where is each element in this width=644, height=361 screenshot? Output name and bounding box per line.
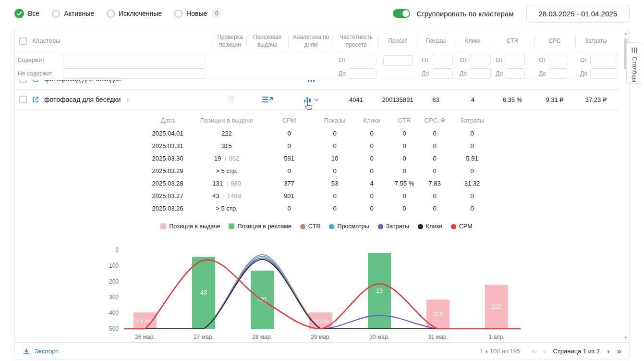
svg-text:300: 300 bbox=[109, 294, 119, 300]
first-page-button[interactable]: « bbox=[531, 347, 535, 355]
filter-active-label: Активные bbox=[64, 10, 94, 17]
filter-to-input[interactable] bbox=[432, 68, 453, 79]
filter-from-input[interactable] bbox=[549, 55, 568, 65]
daily-cell: 4 bbox=[354, 177, 389, 189]
column-header-4[interactable]: Частотность пресета bbox=[334, 29, 378, 53]
filter-new[interactable]: Новые 0 bbox=[174, 9, 221, 18]
chart-area: 010020030040050026 мар.27 мар.28 мар.29 … bbox=[99, 244, 527, 342]
external-link-icon[interactable] bbox=[32, 96, 39, 103]
filter-to-label: До bbox=[539, 70, 546, 77]
column-header-10[interactable]: Затраты bbox=[575, 29, 617, 53]
daily-cell: 0 bbox=[316, 189, 354, 202]
svg-text:500: 500 bbox=[109, 325, 119, 332]
daily-cell: 0 bbox=[263, 202, 316, 214]
column-header-5[interactable]: Пресет bbox=[378, 29, 417, 53]
legend-label: Позиция в рекламе bbox=[237, 223, 291, 230]
cluster-name-cell: фотофасад для беседки bbox=[15, 80, 214, 83]
svg-text:29 мар.: 29 мар. bbox=[311, 334, 331, 340]
daily-position: > 5 стр. bbox=[191, 202, 263, 214]
column-header-9[interactable]: CPC bbox=[534, 29, 575, 53]
filter-from-input[interactable] bbox=[506, 55, 525, 65]
filter-from-label: От bbox=[580, 57, 587, 63]
position-value: 43 bbox=[212, 192, 219, 199]
filter-to-input[interactable] bbox=[506, 68, 525, 79]
filter-from-input[interactable] bbox=[349, 55, 377, 65]
column-header-2[interactable]: Поисковая выдача bbox=[246, 29, 288, 53]
daily-cell: 0 bbox=[263, 127, 316, 139]
legend-item[interactable]: Клики bbox=[418, 223, 442, 230]
filter-excluded[interactable]: Исключенные bbox=[107, 10, 162, 18]
daily-col-header: CPC, ₽ bbox=[419, 113, 450, 127]
column-header-6[interactable]: Показы bbox=[417, 29, 455, 53]
last-page-button[interactable]: » bbox=[617, 347, 621, 355]
date-range-picker[interactable]: 28.03.2025 - 01.04.2025 bbox=[526, 5, 630, 23]
external-link-icon[interactable] bbox=[32, 80, 39, 83]
filter-from-input[interactable] bbox=[590, 55, 618, 65]
filter-from-input[interactable] bbox=[470, 55, 491, 65]
group-by-clusters-toggle[interactable] bbox=[393, 9, 410, 18]
filter-from-input[interactable] bbox=[432, 55, 453, 65]
filter-to-input[interactable] bbox=[590, 68, 618, 79]
ctr-value: 6.35 % bbox=[491, 96, 534, 103]
filter-from-label: От bbox=[339, 57, 346, 63]
prev-page-button[interactable]: ‹ bbox=[543, 347, 546, 355]
legend-item[interactable]: Позиция в выдаче bbox=[160, 223, 220, 230]
not-contains-filter-input[interactable] bbox=[63, 68, 205, 79]
select-all-checkbox[interactable] bbox=[19, 37, 27, 45]
impressions-value: 63 bbox=[417, 96, 455, 103]
new-count-badge: 0 bbox=[212, 9, 221, 18]
svg-text:27 мар.: 27 мар. bbox=[194, 334, 214, 340]
svg-text:28 мар.: 28 мар. bbox=[252, 334, 272, 340]
legend-item[interactable]: Просмотры bbox=[329, 223, 369, 230]
export-button[interactable]: Экспорт bbox=[23, 348, 59, 355]
legend-item[interactable]: Затраты bbox=[378, 223, 409, 230]
daily-analytics-table: ДатаПозиции в выдачеCPMПоказыКликиCTRCPC… bbox=[145, 113, 494, 214]
row-checkbox[interactable] bbox=[19, 80, 27, 83]
scroll-up-icon[interactable]: ▲ bbox=[624, 31, 628, 36]
daily-col-header: Дата bbox=[145, 113, 191, 127]
filter-to-input[interactable] bbox=[549, 68, 568, 79]
costs-value: 37.23 ₽ bbox=[575, 96, 617, 103]
columns-tab-label: Столбцы bbox=[631, 57, 638, 82]
daily-cell: 901 bbox=[263, 189, 316, 202]
daily-cell: 0 bbox=[316, 202, 354, 214]
columns-tab[interactable]: Столбцы bbox=[626, 42, 642, 84]
filter-active[interactable]: Активные bbox=[52, 10, 94, 18]
daily-date: 2025.03.29 bbox=[145, 164, 191, 177]
column-header-8[interactable]: CTR bbox=[491, 29, 534, 53]
legend-label: Просмотры bbox=[337, 223, 369, 230]
column-header-3[interactable]: Аналитика по дням bbox=[288, 29, 334, 53]
legend-item[interactable]: CTR bbox=[300, 223, 321, 230]
row-checkbox[interactable] bbox=[19, 96, 27, 103]
filter-to-input[interactable] bbox=[470, 68, 491, 79]
svg-text:222: 222 bbox=[492, 303, 502, 310]
contains-filter-input[interactable] bbox=[63, 55, 205, 65]
filter-all[interactable]: Все bbox=[14, 9, 39, 18]
cluster-name[interactable]: фотофасад для беседки bbox=[44, 96, 121, 103]
bar-chart-icon[interactable] bbox=[307, 80, 316, 83]
position-check-spinner-icon[interactable] bbox=[225, 95, 235, 104]
legend-item[interactable]: Позиция в рекламе bbox=[229, 223, 291, 230]
filter-cell: ОтДо bbox=[534, 53, 575, 80]
legend-marker-icon bbox=[451, 224, 456, 229]
daily-cell: 53 bbox=[316, 177, 354, 189]
next-page-button[interactable]: › bbox=[607, 347, 610, 355]
table-row: фотофасад для беседки bbox=[15, 80, 618, 89]
column-header-7[interactable]: Клики bbox=[455, 29, 491, 53]
scroll-down-icon[interactable]: ▼ bbox=[624, 336, 628, 340]
daily-position: > 5 стр. bbox=[191, 164, 263, 177]
preset-filter-input[interactable] bbox=[383, 55, 413, 66]
daily-cell: 10 bbox=[316, 152, 354, 164]
daily-cell: 5.91 bbox=[450, 152, 494, 164]
chevron-right-icon: › bbox=[126, 96, 129, 104]
cluster-name[interactable]: фотофасад для беседки bbox=[44, 80, 121, 83]
pagination: 1 к 100 из 195 « ‹ Страница 1 из 2 › » bbox=[480, 347, 621, 355]
filter-to-input[interactable] bbox=[349, 68, 377, 79]
chevron-down-icon[interactable] bbox=[314, 98, 319, 101]
clipped-row[interactable]: фотофасад для беседки bbox=[15, 80, 618, 89]
preset-value: 200135891 bbox=[378, 96, 417, 103]
column-header-1[interactable]: Проверка позиции bbox=[214, 29, 246, 53]
position-delta: ↑ 1498 bbox=[222, 192, 241, 199]
legend-item[interactable]: CPM bbox=[451, 223, 473, 230]
serp-list-icon[interactable] bbox=[262, 96, 273, 103]
